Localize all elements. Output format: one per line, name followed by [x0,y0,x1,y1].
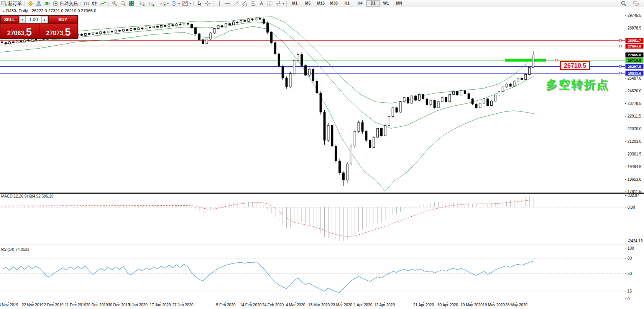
horizontal-line-tool-button[interactable] [223,0,232,7]
timeframe-h4-button[interactable]: H4 [353,0,366,7]
market-watch-button[interactable] [26,0,34,7]
sell-price[interactable]: 27063.5 [0,24,39,38]
signals-button[interactable] [43,0,51,7]
buy-button[interactable]: BUY [48,16,78,23]
candle [104,32,105,33]
chevron-down-icon[interactable]: ▾ [189,2,191,5]
text-tool-icon: A [258,0,264,7]
community-button[interactable] [34,0,43,7]
arrows-tool-button[interactable]: ▾ [274,0,285,7]
candle [115,30,117,32]
channel-tool-button[interactable]: E [240,0,249,7]
toolbar-separator [137,1,138,6]
candle [111,31,113,32]
candle [437,102,439,108]
rsi-line [2,261,533,293]
candle [248,19,250,22]
timeframe-d1-button[interactable]: D1 [366,0,380,7]
chevron-down-icon[interactable]: ▾ [167,2,169,5]
chevron-down-icon[interactable]: ▾ [283,2,284,5]
bollinger-lower-band [0,26,534,191]
date-label: 30 Apr 2020 [437,303,458,307]
candle [145,27,147,29]
timeframe-w1-button[interactable]: W1 [380,0,393,7]
search-button[interactable] [619,0,628,7]
candle [293,60,295,74]
volume-up-button[interactable]: ▲ [41,16,48,23]
candle [411,96,413,103]
line-chart-button[interactable] [99,0,107,7]
new-order-button[interactable]: 新订单 [0,0,23,7]
chart-shift-icon [148,0,154,7]
timeframe-m5-button[interactable]: M5 [301,0,314,7]
rsi-tick-label: 0 [628,297,630,301]
text-tool-button[interactable]: A [257,0,266,7]
candle [187,23,189,25]
auto-scroll-button[interactable] [139,0,147,7]
candle [286,78,288,87]
candle [305,65,307,75]
candle [320,93,322,112]
price-badge-label: 25833.6 [628,71,641,75]
highlight-bar[interactable] [505,59,546,62]
candle [118,30,120,31]
collapse-arrow-icon[interactable]: ▴ [3,10,5,13]
macd-signal-value: 506.19 [42,194,54,198]
vertical-line-tool-button[interactable] [215,0,223,7]
channel-tool-icon: E [242,0,248,7]
main-toolbar: 新订单自动交易▾▾▾EFAT▾M1M5M15M30H1H4D1W1MN [0,0,644,7]
sell-button[interactable]: SELL [0,16,19,23]
candle [422,95,424,99]
templates-button[interactable]: ▾ [181,0,192,7]
chat-button[interactable] [632,0,640,7]
price-tick-label: 22070.0 [628,127,642,131]
candle [80,34,82,36]
candlestick-chart-button[interactable] [90,0,99,7]
buy-price[interactable]: 27073.5 [39,24,78,38]
candle [361,123,363,131]
zoom-in-button[interactable] [110,0,119,7]
level-marker [619,45,621,47]
candle [331,126,333,146]
fibonacci-tool-button[interactable]: F [249,0,257,7]
candle [449,95,451,102]
text-label-tool-icon: T [267,0,273,7]
chart-shift-button[interactable] [147,0,156,7]
zoom-out-button[interactable] [119,0,127,7]
auto-trading-button[interactable]: 自动交易 [51,0,79,7]
timeframe-m15-button[interactable]: M15 [314,0,327,7]
horizontal-line-tool-icon [225,0,231,7]
volume-down-button[interactable]: ▼ [19,16,26,23]
text-label-tool-button[interactable]: T [266,0,274,7]
volume-input[interactable]: 1.00 [26,16,41,23]
price-callout-box[interactable]: 26710.5 [560,61,590,70]
candle [502,87,504,92]
chevron-down-icon[interactable]: ▾ [178,2,180,5]
macd-indicator-label: MACD(12,26,9) 684.92 506.19 [1,194,53,198]
candle [153,26,155,28]
timeframe-h1-button[interactable]: H1 [340,0,353,7]
bar-chart-icon [83,0,89,7]
crosshair-tool-button[interactable] [204,0,212,7]
periods-button[interactable]: ▾ [170,0,181,7]
trendline-tool-icon [233,0,239,7]
chart-canvas[interactable]: 29745.528878.525487.024620.023778.522911… [0,7,644,309]
candle [130,29,132,31]
candle [122,29,124,31]
candle [255,18,257,20]
indicators-button[interactable]: ▾ [159,0,170,7]
candle [532,55,534,68]
candle [297,55,299,60]
trendline-tool-button[interactable] [232,0,240,7]
tile-windows-button[interactable] [127,0,136,7]
zoom-in-icon [112,0,118,7]
arrows-tool-icon [275,0,281,7]
bar-chart-button[interactable] [82,0,90,7]
timeframe-mn-button[interactable]: MN [393,0,406,7]
cursor-tool-button[interactable] [195,0,204,7]
fibonacci-tool-icon: F [250,0,256,7]
timeframe-m30-button[interactable]: M30 [327,0,340,7]
candles-layer [1,17,534,186]
candle [240,20,242,23]
timeframe-m1-button[interactable]: M1 [288,0,301,7]
